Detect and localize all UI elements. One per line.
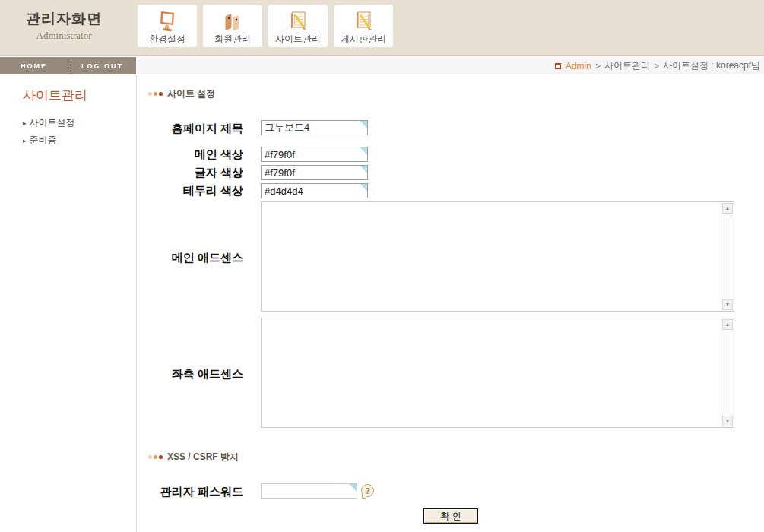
breadcrumb-bar: Admin > 사이트관리 > 사이트설정 : koreacpt님 [137, 57, 764, 74]
text-color-label: 글자 색상 [137, 164, 243, 180]
home-button[interactable]: HOME [0, 57, 68, 74]
sidebar: 사이트관리 ▸ 사이트설정 ▸ 준비중 [0, 74, 137, 532]
main-adsense-textarea[interactable] [262, 202, 721, 311]
main-content: 사이트 설정 홈페이지 제목 메인 색상 글자 색상 테두리 색상 메인 애드센… [137, 74, 764, 532]
scroll-up-icon[interactable]: ▲ [722, 203, 733, 214]
members-icon [220, 5, 245, 33]
triangle-bullet-icon: ▸ [23, 119, 27, 127]
text-color-input[interactable] [261, 165, 368, 180]
breadcrumb-item-site-admin: 사이트관리 [604, 59, 650, 72]
nav-config-button[interactable]: 환경설정 [138, 5, 197, 47]
section-dots-icon [148, 455, 163, 459]
board-notebook-icon [351, 5, 376, 33]
nav-members-label: 회원관리 [214, 33, 251, 45]
home-logout-bar: HOME LOG OUT [0, 57, 136, 74]
breadcrumb-square-icon [555, 63, 561, 69]
scroll-down-icon[interactable]: ▼ [722, 416, 733, 426]
nav-board-button[interactable]: 게시판관리 [334, 5, 393, 47]
main-color-label: 메인 색상 [137, 146, 243, 162]
app-title: 관리자화면 [14, 9, 114, 29]
site-notebook-icon [286, 5, 310, 33]
left-adsense-label: 좌측 애드센스 [137, 366, 243, 382]
scroll-down-icon[interactable]: ▼ [722, 299, 733, 310]
scrollbar[interactable]: ▲ ▼ [721, 202, 734, 311]
border-color-input[interactable] [261, 183, 368, 198]
logout-button[interactable]: LOG OUT [68, 57, 136, 74]
border-color-label: 테두리 색상 [137, 182, 243, 198]
admin-password-input[interactable] [261, 483, 357, 499]
nav-members-button[interactable]: 회원관리 [203, 5, 262, 47]
nav-site-label: 사이트관리 [275, 33, 321, 45]
left-adsense-field: ▲ ▼ [261, 318, 734, 428]
section-header-site-settings: 사이트 설정 [148, 87, 215, 100]
triangle-bullet-icon: ▸ [23, 137, 27, 144]
left-adsense-textarea[interactable] [262, 318, 721, 427]
nav-config-label: 환경설정 [149, 33, 185, 45]
monitor-icon [155, 5, 179, 33]
section-title: 사이트 설정 [167, 87, 215, 100]
scroll-up-icon[interactable]: ▲ [722, 319, 733, 330]
sidebar-menu: ▸ 사이트설정 ▸ 준비중 [23, 114, 75, 149]
admin-password-label: 관리자 패스워드 [137, 483, 243, 499]
nav-board-label: 게시판관리 [341, 33, 386, 45]
sidebar-item-site-settings[interactable]: ▸ 사이트설정 [23, 114, 75, 131]
confirm-button[interactable]: 확 인 [423, 508, 478, 524]
breadcrumb-admin-link[interactable]: Admin [566, 61, 591, 71]
app-subtitle: Administrator [14, 30, 114, 42]
scrollbar[interactable]: ▲ ▼ [721, 318, 734, 427]
section-header-xss-csrf: XSS / CSRF 방지 [148, 451, 239, 464]
header: 관리자화면 Administrator 환경설정 [0, 0, 764, 56]
breadcrumb-separator: > [595, 61, 601, 71]
homepage-title-input[interactable] [261, 120, 368, 135]
nav-site-button[interactable]: 사이트관리 [268, 5, 328, 47]
main-color-input[interactable] [261, 147, 368, 162]
sidebar-item-pending[interactable]: ▸ 준비중 [23, 131, 75, 149]
sidebar-title: 사이트관리 [23, 87, 87, 104]
help-icon[interactable]: ? [361, 484, 374, 497]
main-nav: 환경설정 회원관리 [138, 5, 393, 47]
breadcrumb-item-site-settings: 사이트설정 : koreacpt님 [663, 59, 760, 72]
main-adsense-label: 메인 애드센스 [137, 249, 243, 265]
section-dots-icon [148, 92, 163, 96]
homepage-title-label: 홈페이지 제목 [137, 120, 243, 136]
main-adsense-field: ▲ ▼ [261, 201, 734, 312]
breadcrumb-separator: > [654, 61, 659, 71]
sidebar-item-label: 준비중 [30, 134, 57, 147]
sidebar-item-label: 사이트설정 [30, 116, 75, 129]
app-title-block: 관리자화면 Administrator [14, 9, 114, 42]
section-title: XSS / CSRF 방지 [167, 451, 239, 464]
